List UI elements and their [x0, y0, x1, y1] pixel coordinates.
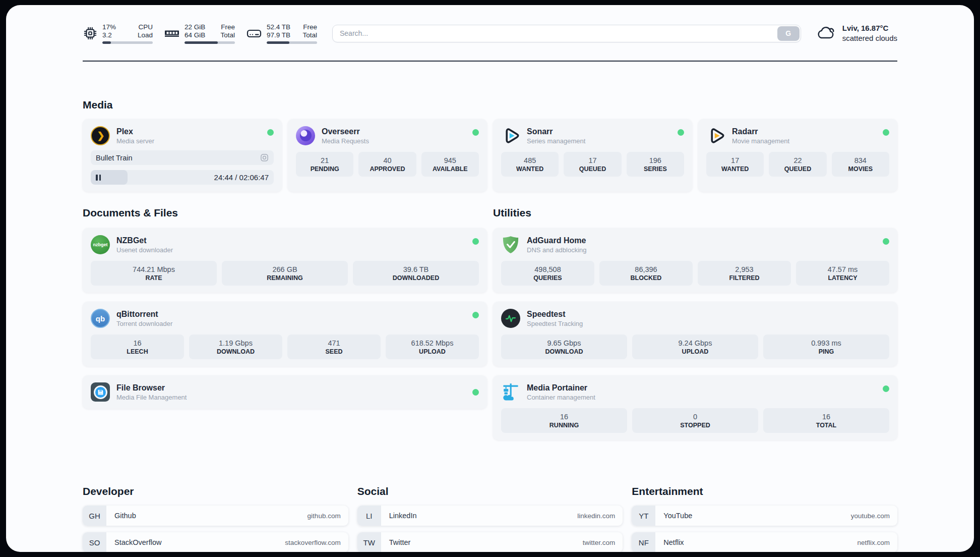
app-description: DNS and adblocking [527, 246, 587, 254]
system-widgets: 17% 3.2 CPU Load [83, 23, 317, 44]
stat-series: 196 SERIES [627, 152, 684, 177]
playback-progress-row[interactable]: 24:44 / 02:06:47 [91, 170, 274, 185]
status-dot [472, 389, 479, 396]
search-input[interactable] [332, 25, 801, 42]
disk-free-value: 52.4 TB [267, 23, 290, 31]
bookmark-name: Github [114, 512, 136, 520]
app-name: Overseerr [322, 127, 369, 136]
bookmark-abbr: YT [632, 506, 655, 526]
bookmark-abbr: NF [632, 532, 655, 552]
section-title-developer: Developer [83, 485, 348, 497]
free-label: Free [220, 23, 235, 31]
bookmark-url: stackoverflow.com [285, 539, 340, 546]
app-description: Media Requests [322, 137, 369, 145]
disk-total-value: 97.9 TB [267, 31, 290, 39]
bookmark-twitter[interactable]: TW Twitter twitter.com [357, 532, 623, 552]
stat-upload: 9.24 Gbps UPLOAD [632, 335, 758, 359]
cpu-label: CPU [138, 23, 153, 31]
app-description: Torrent downloader [116, 320, 172, 327]
stat-wanted: 17 WANTED [706, 152, 764, 177]
app-name: Radarr [732, 127, 789, 136]
stat-download: 9.65 Gbps DOWNLOAD [501, 335, 627, 359]
search-bar: G [332, 25, 801, 42]
cpu-load-value: 3.2 [102, 31, 116, 39]
plex-icon: ❯ [91, 126, 110, 145]
app-description: Usenet downloader [116, 246, 173, 254]
dashboard-panel: 17% 3.2 CPU Load [6, 5, 974, 552]
bookmark-github[interactable]: GH Github github.com [83, 506, 348, 526]
app-card-filebrowser[interactable]: File Browser Media File Management [83, 375, 487, 409]
load-label: Load [138, 31, 153, 39]
weather-widget: Lviv, 16.87°C scattered clouds [816, 23, 897, 43]
app-name: NZBGet [116, 236, 173, 245]
app-description: Series management [527, 137, 585, 145]
header-divider [83, 61, 897, 62]
app-card-plex[interactable]: ❯ Plex Media server Bullet Train [83, 119, 282, 192]
section-title-social: Social [357, 485, 623, 497]
cpu-usage-value: 17% [102, 23, 116, 31]
memory-total-value: 64 GiB [185, 31, 205, 39]
nzbget-icon: nzbget [91, 235, 110, 254]
bookmark-abbr: TW [357, 532, 381, 552]
memory-icon [164, 25, 180, 41]
entertainment-bookmarks: Entertainment YT YouTube youtube.com NF … [632, 485, 897, 552]
memory-free-value: 22 GiB [185, 23, 205, 31]
now-playing-title: Bullet Train [96, 154, 133, 162]
bookmark-name: YouTube [663, 512, 692, 520]
bookmark-url: linkedin.com [577, 512, 615, 520]
app-card-radarr[interactable]: Radarr Movie management 17 WANTED 22 QUE… [698, 119, 897, 192]
bookmark-youtube[interactable]: YT YouTube youtube.com [632, 506, 897, 526]
media-grid: ❯ Plex Media server Bullet Train [83, 119, 897, 192]
bookmark-url: github.com [308, 512, 341, 520]
app-card-overseerr[interactable]: Overseerr Media Requests 21 PENDING 40 A… [288, 119, 487, 192]
app-description: Media File Management [116, 394, 187, 401]
documents-column: Documents & Files nzbget NZBGet Usenet d… [83, 207, 487, 449]
stat-leech: 16 LEECH [91, 335, 184, 359]
stat-remaining: 266 GB REMAINING [222, 261, 348, 286]
status-dot [472, 238, 479, 245]
bookmark-abbr: SO [83, 532, 106, 552]
bookmark-stackoverflow[interactable]: SO StackOverflow stackoverflow.com [83, 532, 348, 552]
overseerr-icon [296, 126, 315, 145]
pause-icon [96, 175, 101, 181]
developer-bookmarks: Developer GH Github github.com SO StackO… [83, 485, 348, 552]
bookmark-url: youtube.com [851, 512, 890, 520]
section-title-entertainment: Entertainment [632, 485, 897, 497]
cpu-progress-bar [102, 41, 153, 44]
app-description: Media server [116, 137, 154, 145]
cloud-icon [816, 24, 836, 43]
status-dot [883, 129, 889, 136]
stat-ping: 0.993 ms PING [763, 335, 889, 359]
app-card-portainer[interactable]: Media Portainer Container management 16 … [493, 375, 897, 440]
status-dot [472, 312, 479, 318]
stat-seed: 471 SEED [287, 335, 381, 359]
app-description: Container management [527, 394, 595, 401]
app-card-qbittorrent[interactable]: qb qBittorrent Torrent downloader 16 LEE… [83, 302, 487, 366]
stat-movies: 834 MOVIES [832, 152, 889, 177]
app-name: Speedtest [527, 309, 583, 319]
stat-queued: 17 QUEUED [564, 152, 621, 177]
stat-queued: 22 QUEUED [769, 152, 826, 177]
radarr-icon [706, 126, 725, 145]
stat-downloaded: 39.6 TB DOWNLOADED [353, 261, 479, 286]
stat-total: 16 TOTAL [763, 408, 889, 433]
search-engine-button[interactable]: G [777, 26, 800, 41]
total-label: Total [302, 31, 317, 39]
stat-upload: 618.52 Mbps UPLOAD [386, 335, 479, 359]
app-card-speedtest[interactable]: Speedtest Speedtest Tracking 9.65 Gbps D… [493, 302, 897, 366]
bookmark-linkedin[interactable]: LI LinkedIn linkedin.com [357, 506, 623, 526]
app-description: Movie management [732, 137, 789, 145]
now-playing-row: Bullet Train [91, 150, 274, 165]
app-card-sonarr[interactable]: Sonarr Series management 485 WANTED 17 Q… [493, 119, 692, 192]
status-dot [267, 129, 274, 136]
memory-progress-bar [185, 41, 235, 44]
app-card-nzbget[interactable]: nzbget NZBGet Usenet downloader 744.21 M… [83, 228, 487, 293]
disk-icon [246, 25, 262, 41]
bookmark-url: twitter.com [583, 539, 616, 546]
app-card-adguard[interactable]: AdGuard Home DNS and adblocking 498,508 … [493, 228, 897, 293]
playback-time: 24:44 / 02:06:47 [214, 173, 269, 182]
media-type-icon [260, 153, 269, 162]
bookmark-netflix[interactable]: NF Netflix netflix.com [632, 532, 897, 552]
bookmark-abbr: LI [357, 506, 381, 526]
stat-running: 16 RUNNING [501, 408, 627, 433]
